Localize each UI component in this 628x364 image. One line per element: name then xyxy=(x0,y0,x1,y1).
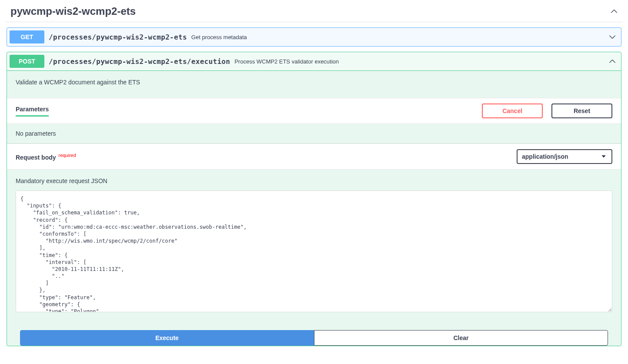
request-body-section: Mandatory execute request JSON xyxy=(7,170,621,318)
clear-button[interactable]: Clear xyxy=(314,330,608,346)
parameters-tab[interactable]: Parameters xyxy=(16,106,49,117)
operation-summary-text: Get process metadata xyxy=(191,34,247,40)
operation-path: /processes/pywcmp-wis2-wcmp2-ets/executi… xyxy=(49,57,230,66)
chevron-down-icon xyxy=(608,33,617,41)
operation-get: GET /processes/pywcmp-wis2-wcmp2-ets Get… xyxy=(7,27,621,47)
chevron-up-icon xyxy=(608,57,617,66)
operation-summary[interactable]: GET /processes/pywcmp-wis2-wcmp2-ets Get… xyxy=(7,28,621,46)
reset-button[interactable]: Reset xyxy=(551,104,612,118)
chevron-up-icon xyxy=(610,7,618,16)
execute-row: Execute Clear xyxy=(7,318,621,346)
operation-summary[interactable]: POST /processes/pywcmp-wis2-wcmp2-ets/ex… xyxy=(7,52,621,71)
no-parameters-text: No parameters xyxy=(7,124,621,144)
method-badge-post: POST xyxy=(10,55,44,68)
parameters-header: Parameters Cancel Reset xyxy=(7,98,621,124)
tag-name: pywcmp-wis2-wcmp2-ets xyxy=(10,5,136,17)
method-badge-get: GET xyxy=(10,30,44,43)
operation-post: POST /processes/pywcmp-wis2-wcmp2-ets/ex… xyxy=(7,52,621,346)
operation-path: /processes/pywcmp-wis2-wcmp2-ets xyxy=(49,33,187,41)
operation-summary-text: Process WCMP2 ETS validator execution xyxy=(234,58,339,65)
required-badge: required xyxy=(58,153,76,158)
execute-button[interactable]: Execute xyxy=(20,330,314,346)
tag-header[interactable]: pywcmp-wis2-wcmp2-ets xyxy=(5,0,623,22)
request-body-header: Request body required application/json xyxy=(7,144,621,170)
content-type-select[interactable]: application/json xyxy=(517,149,612,164)
request-body-label: Request body xyxy=(16,154,56,160)
operation-body: Validate a WCMP2 document against the ET… xyxy=(7,71,621,346)
cancel-button[interactable]: Cancel xyxy=(482,104,543,118)
operation-description: Validate a WCMP2 document against the ET… xyxy=(7,71,621,98)
request-body-description: Mandatory execute request JSON xyxy=(16,177,612,184)
request-body-textarea[interactable] xyxy=(16,190,612,312)
